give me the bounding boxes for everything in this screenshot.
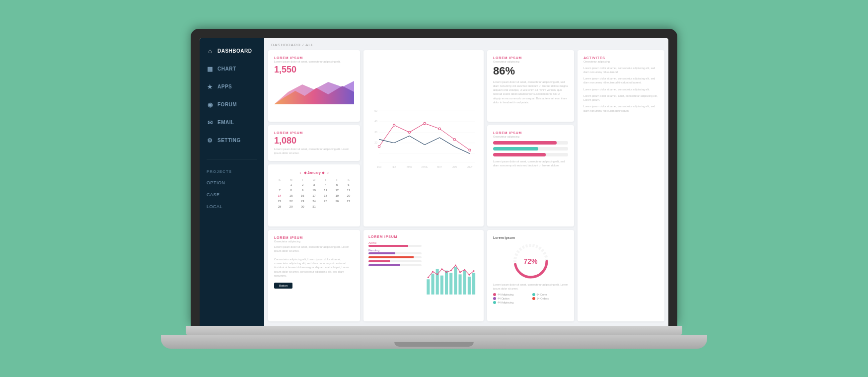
cal-today[interactable]: 14 [274,193,285,198]
card-calendar: ‹ ◆ January ◆ › S M T W T F S 1 2 3 4 5 … [268,164,360,226]
sidebar-item-apps[interactable]: ★ Apps [200,78,264,95]
sidebar-label-apps: Apps [217,84,232,89]
sidebar-item-forum[interactable]: ◉ Forum [200,96,264,113]
pb3-fill [493,153,546,156]
act-item-4: Lorem ipsum dolor sit amet, amet, consec… [583,94,658,102]
dl1: 44 Adipiscing [493,293,529,296]
c3-title: LOREM IPSUM [493,56,568,60]
c6-sub: Onsectetur adipiscing [493,135,568,138]
svg-point-18 [469,149,471,151]
c1-title: Lorem ipsum [274,56,354,60]
forum-icon: ◉ [207,101,214,108]
app-container: ⌂ Dashboard ▦ Chart ★ Apps ◉ [200,38,668,326]
act-item-5: Lorem ipsum dolor sit amet, consectetur … [583,104,658,113]
svg-rect-31 [449,273,452,295]
c3-val: 86% [493,65,568,77]
svg-text:FEB: FEB [392,165,396,168]
c7-title: LOREM IPSUM [274,236,354,239]
c6-text: Lorem ipsum dolor sit amet, consectetur … [493,159,568,168]
svg-point-46 [468,274,470,276]
dl5-dot [493,301,496,304]
svg-point-47 [473,270,475,272]
dl4: 14 Orders [532,297,569,300]
sidebar-item-case[interactable]: Case [200,189,264,201]
laptop-base [161,335,707,349]
star-icon: ★ [207,83,214,90]
card-1080: Lorem ipsum 1,080 Lorem ipsum dolor sit … [268,125,360,161]
svg-text:JAN: JAN [377,165,381,168]
c1-sub: Lorem ipsum dolor sit amet, consectetur … [274,60,354,63]
c7-text: Lorem ipsum dolor sit amet, consectetur … [274,245,354,278]
sidebar-label-setting: Setting [217,138,241,143]
laptop-screen: ⌂ Dashboard ▦ Chart ★ Apps ◉ [200,38,668,326]
mb4 [368,260,422,262]
pb2-fill [493,147,538,151]
svg-point-45 [464,269,465,271]
mb2-label: Pending [368,249,422,252]
sidebar-label-email: Email [217,120,234,125]
svg-rect-26 [427,279,430,295]
dl3: 44 Option [493,297,529,300]
svg-rect-35 [468,277,471,295]
mb1-label: Active [368,241,422,244]
gear-icon: ⚙ [207,137,214,144]
bar-svg [426,235,479,316]
svg-point-43 [455,265,456,266]
pb1-fill [493,141,557,145]
c7-btn[interactable]: Button [274,283,292,289]
svg-text:JUN: JUN [452,165,457,168]
col1-row2: Lorem ipsum 1,080 Lorem ipsum dolor sit … [268,125,360,226]
card-text-bottom: LOREM IPSUM Onsectetur adipiscing Lorem … [268,230,360,321]
mb5 [368,264,422,266]
donut-legend: 44 Adipiscing 94 Done 44 Option 14 Order… [493,293,568,304]
mountain-svg [274,77,354,104]
chart-icon: ▦ [207,66,214,73]
activites-sub: Onsectetur adipiscing [583,60,658,63]
svg-text:20: 20 [374,141,377,144]
sidebar-item-option[interactable]: Option [200,177,264,189]
svg-rect-32 [454,267,457,295]
sidebar-item-email[interactable]: ✉ Email [200,114,264,131]
sidebar: ⌂ Dashboard ▦ Chart ★ Apps ◉ [200,38,264,326]
svg-point-17 [453,138,455,140]
svg-point-40 [441,268,442,270]
projects-label: Projects [200,164,264,177]
cal-next[interactable]: › [327,170,329,175]
metrics-grid: LOREM IPSUM Active Pending [368,235,479,316]
laptop-bezel: ⌂ Dashboard ▦ Chart ★ Apps ◉ [191,29,677,326]
sidebar-label-forum: Forum [217,102,237,107]
c4-val: 1,080 [274,136,354,146]
svg-point-41 [446,271,447,273]
sidebar-item-chart[interactable]: ▦ Chart [200,61,264,77]
sidebar-label-dashboard: Dashboard [217,48,252,54]
cal-header: ‹ ◆ January ◆ › [274,170,354,175]
svg-text:50: 50 [374,109,377,112]
sidebar-item-setting[interactable]: ⚙ Setting [200,132,264,149]
svg-text:30: 30 [374,130,377,133]
card-progress: LOREM IPSUM Onsectetur adipiscing Lorem … [487,125,574,226]
email-icon: ✉ [207,119,214,126]
svg-text:MAR: MAR [407,165,412,168]
svg-text:MAY: MAY [437,165,442,168]
c3-text: Lorem ipsum dolor sit amet, consectetur … [493,80,568,105]
sidebar-item-dashboard[interactable]: ⌂ Dashboard [200,43,264,60]
svg-point-16 [438,128,440,130]
sidebar-item-local[interactable]: Local [200,201,264,213]
donut-pct: 72% [523,257,537,265]
donut: 72% [511,241,551,281]
cal-month: ◆ January ◆ [304,171,324,175]
svg-rect-29 [440,276,443,295]
svg-text:JULY: JULY [467,165,473,168]
cal-grid: S M T W T F S 1 2 3 4 5 6 7 8 9 10 11 12 [274,178,354,209]
activites-title: ACTIVITES [583,56,658,60]
mb3 [368,256,422,258]
cal-prev[interactable]: ‹ [299,170,301,175]
bar-chart-bottom [426,235,479,316]
laptop-wrapper: ⌂ Dashboard ▦ Chart ★ Apps ◉ [161,29,707,349]
card-linechart: 50 40 30 20 JAN FEB MAR APRIL MAY JUN JU… [363,50,484,227]
dl5: 44 Adipiscing [493,301,529,304]
pb2-track [493,147,568,151]
c3-sub: Onsectetur adipiscing [493,60,568,63]
donut-wrapper: 72% [493,241,568,281]
svg-rect-34 [463,271,466,295]
